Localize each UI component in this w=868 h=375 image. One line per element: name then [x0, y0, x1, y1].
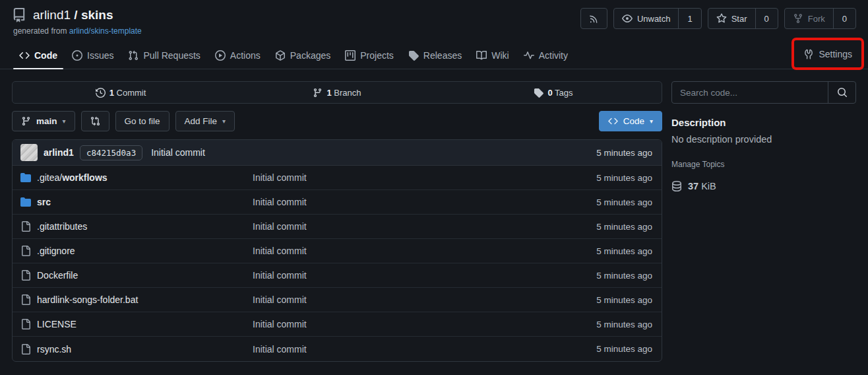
file-commit-message[interactable]: Initial commit — [253, 270, 596, 281]
issue-icon — [72, 50, 82, 61]
file-commit-message[interactable]: Initial commit — [253, 221, 596, 232]
tab-projects[interactable]: Projects — [338, 42, 401, 69]
manage-topics-link[interactable]: Manage Topics — [671, 160, 856, 169]
description-heading: Description — [671, 117, 856, 128]
repo-book-icon — [12, 8, 26, 22]
file-commit-message[interactable]: Initial commit — [253, 197, 596, 207]
file-name-link[interactable]: LICENSE — [20, 319, 253, 329]
settings-highlight-box: Settings — [791, 38, 864, 70]
play-circle-icon — [215, 50, 226, 61]
add-file-button[interactable]: Add File ▾ — [175, 111, 235, 131]
star-button-group: Star 0 — [708, 8, 778, 29]
code-icon — [608, 116, 618, 126]
commit-sha-badge[interactable]: c84215d0a3 — [80, 145, 142, 160]
file-row: .gitignore Initial commit 5 minutes ago — [13, 239, 662, 263]
database-icon — [671, 181, 682, 191]
fork-button-group: Fork 0 — [784, 8, 856, 29]
pulse-icon — [524, 50, 534, 61]
tab-settings[interactable]: Settings — [801, 49, 855, 59]
file-commit-message[interactable]: Initial commit — [253, 319, 596, 329]
repo-title: arlind1 / skins — [33, 8, 113, 22]
fork-icon — [793, 13, 803, 24]
file-name-link[interactable]: src — [20, 197, 253, 207]
tab-issues[interactable]: Issues — [65, 42, 121, 69]
file-name-link[interactable]: .gitignore — [20, 246, 253, 256]
chevron-down-icon: ▾ — [222, 118, 226, 125]
star-button[interactable]: Star — [708, 9, 755, 28]
branches-stat[interactable]: 1 Branch — [229, 82, 445, 103]
tab-code[interactable]: Code — [12, 42, 65, 69]
tab-packages[interactable]: Packages — [268, 42, 338, 69]
file-commit-message[interactable]: Initial commit — [253, 246, 596, 256]
branch-selector[interactable]: main ▾ — [12, 111, 75, 131]
file-icon — [20, 319, 31, 329]
repo-size: 37 KiB — [671, 181, 856, 191]
search-input[interactable] — [672, 82, 828, 103]
go-to-file-button[interactable]: Go to file — [115, 111, 170, 131]
code-download-button[interactable]: Code ▾ — [599, 111, 662, 131]
latest-commit-row: arlind1 c84215d0a3 Initial commit 5 minu… — [13, 140, 662, 166]
branch-icon — [21, 116, 31, 126]
repo-action-buttons: Unwatch 1 Star 0 Fork 0 — [580, 8, 856, 29]
watch-button-group: Unwatch 1 — [613, 8, 702, 29]
compare-button[interactable] — [81, 111, 109, 131]
watchers-count[interactable]: 1 — [678, 9, 700, 28]
file-row: .gitattributes Initial commit 5 minutes … — [13, 215, 662, 239]
file-commit-message[interactable]: Initial commit — [253, 294, 596, 305]
fork-button[interactable]: Fork — [785, 9, 833, 28]
compare-icon — [90, 116, 100, 126]
history-icon — [96, 88, 106, 98]
file-commit-time: 5 minutes ago — [596, 222, 654, 232]
star-icon — [716, 13, 727, 24]
avatar[interactable] — [20, 144, 38, 161]
tab-activity[interactable]: Activity — [516, 42, 575, 69]
file-table: arlind1 c84215d0a3 Initial commit 5 minu… — [12, 139, 662, 362]
code-icon — [19, 50, 30, 61]
file-commit-message[interactable]: Initial commit — [253, 344, 596, 355]
commit-message-link[interactable]: Initial commit — [151, 147, 205, 158]
file-name-link[interactable]: rsync.sh — [20, 344, 253, 355]
file-commit-time: 5 minutes ago — [596, 295, 654, 305]
folder-icon — [20, 172, 31, 183]
template-repo-link[interactable]: arlind/skins-template — [69, 26, 142, 36]
code-search-group — [671, 81, 856, 104]
repo-name-link[interactable]: skins — [81, 8, 113, 22]
eye-icon — [622, 13, 633, 24]
file-row: rsync.sh Initial commit 5 minutes ago — [13, 337, 662, 361]
rss-button[interactable] — [580, 8, 607, 29]
file-row: .gitea/workflows Initial commit 5 minute… — [13, 166, 662, 190]
commit-author-link[interactable]: arlind1 — [44, 147, 74, 158]
repo-header: arlind1 / skins generated from arlind/sk… — [0, 0, 868, 36]
repo-owner-link[interactable]: arlind1 — [33, 8, 71, 22]
tab-releases[interactable]: Releases — [401, 42, 469, 69]
tag-icon — [408, 50, 419, 61]
tab-actions[interactable]: Actions — [208, 42, 268, 69]
file-row: LICENSE Initial commit 5 minutes ago — [13, 312, 662, 337]
file-name-link[interactable]: .gitattributes — [20, 221, 253, 232]
file-name-link[interactable]: .gitea/workflows — [20, 172, 253, 183]
search-icon — [837, 87, 848, 98]
file-commit-time: 5 minutes ago — [596, 344, 654, 354]
file-row: Dockerfile Initial commit 5 minutes ago — [13, 263, 662, 288]
code-toolbar: main ▾ Go to file Add File ▾ Code ▾ — [12, 111, 662, 131]
file-name-link[interactable]: hardlink-songs-folder.bat — [20, 294, 253, 305]
settings-tools-icon — [803, 49, 814, 59]
package-icon — [275, 50, 286, 61]
file-icon — [20, 270, 31, 281]
commits-stat[interactable]: 1 Commit — [13, 82, 229, 103]
stars-count[interactable]: 0 — [755, 9, 778, 28]
unwatch-button[interactable]: Unwatch — [614, 9, 679, 28]
folder-icon — [20, 197, 31, 207]
file-commit-time: 5 minutes ago — [596, 173, 654, 183]
forks-count[interactable]: 0 — [833, 9, 855, 28]
repo-sidebar: Description No description provided Mana… — [671, 81, 856, 191]
tags-stat[interactable]: 0 Tags — [445, 82, 662, 103]
pull-request-icon — [128, 50, 139, 61]
search-button[interactable] — [828, 82, 855, 103]
tab-pull-requests[interactable]: Pull Requests — [121, 42, 207, 69]
file-commit-time: 5 minutes ago — [596, 246, 654, 256]
tab-wiki[interactable]: Wiki — [469, 42, 516, 69]
generated-from-line: generated from arlind/skins-template — [13, 26, 580, 36]
file-commit-message[interactable]: Initial commit — [253, 172, 596, 183]
file-name-link[interactable]: Dockerfile — [20, 270, 253, 281]
